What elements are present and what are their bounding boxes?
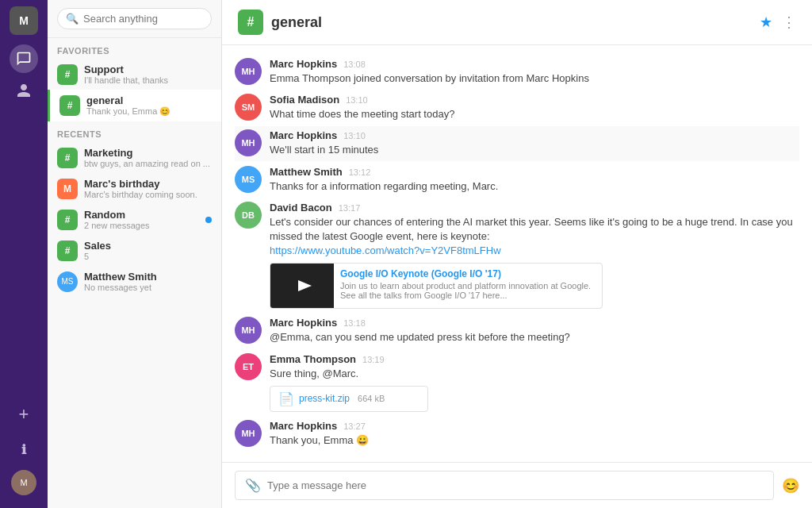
sidebar-item-sales[interactable]: # Sales 5	[48, 235, 221, 266]
avatar-m7: ET	[235, 353, 262, 380]
channel-icon-sales: #	[57, 241, 78, 261]
sidebar-item-text-matthew: Matthew Smith No messages yet	[84, 271, 212, 292]
sidebar-item-marketing[interactable]: # Marketing btw guys, an amazing read on…	[48, 142, 221, 173]
message-group-m2: SM Sofia Madison 13:10 What time does th…	[235, 90, 799, 125]
message-author-m5: David Bacon	[270, 202, 332, 214]
message-time-m3: 13:10	[343, 131, 366, 140]
avatar-m4: MS	[235, 166, 262, 193]
sidebar-item-text-general: general Thank you, Emma 😊	[86, 94, 212, 117]
message-content-m7: Emma Thompson 13:19 Sure thing, @Marc. 📄…	[270, 353, 799, 412]
message-author-m2: Sofia Madison	[270, 94, 339, 106]
search-input-wrap[interactable]: 🔍	[57, 8, 212, 29]
sidebar-item-text-support: Support I'll handle that, thanks	[84, 64, 212, 85]
avatar-m1: MH	[235, 58, 262, 85]
sidebar-item-general[interactable]: # general Thank you, Emma 😊	[48, 90, 221, 121]
nav-add[interactable]: +	[10, 400, 38, 429]
message-text-m8: Thank you, Emma 😀	[270, 433, 799, 448]
message-input[interactable]	[267, 479, 764, 491]
sidebar-item-text-marketing: Marketing btw guys, an amazing read on .…	[84, 147, 212, 168]
chat-header-actions: ★ ⋮	[760, 13, 796, 31]
message-group-m8: MH Marc Hopkins 13:27 Thank you, Emma 😀	[235, 417, 799, 451]
link-desc-m5: Join us to learn about product and platf…	[340, 281, 596, 300]
channel-icon-support: #	[57, 64, 78, 85]
message-header-m2: Sofia Madison 13:10	[270, 94, 799, 106]
sidebar-item-text-marcs-birthday: Marc's birthday Marc's birthday coming s…	[84, 178, 212, 199]
message-time-m4: 13:12	[349, 167, 371, 177]
sidebar-item-preview-random: 2 new messages	[84, 221, 199, 230]
sidebar-item-marcs-birthday[interactable]: M Marc's birthday Marc's birthday coming…	[48, 173, 221, 204]
sidebar-item-name-matthew: Matthew Smith	[84, 271, 212, 283]
search-input[interactable]	[83, 13, 203, 25]
search-icon: 🔍	[66, 13, 79, 25]
channel-icon-random: #	[57, 210, 78, 230]
message-time-m1: 13:08	[343, 60, 366, 69]
recents-label: RECENTS	[48, 121, 221, 142]
message-header-m8: Marc Hopkins 13:27	[270, 420, 799, 432]
nav-contacts[interactable]	[10, 76, 38, 105]
channel-icon-general: #	[59, 95, 80, 116]
star-button[interactable]: ★	[760, 13, 772, 31]
message-text-m7: Sure thing, @Marc.	[270, 367, 799, 381]
file-name-m7[interactable]: press-kit.zip	[299, 393, 350, 404]
message-content-m1: Marc Hopkins 13:08 Emma Thompson joined …	[270, 58, 799, 86]
sidebar-item-support[interactable]: # Support I'll handle that, thanks	[48, 59, 221, 90]
sidebar-item-name-support: Support	[84, 64, 212, 75]
nav-messages[interactable]	[10, 44, 38, 73]
chat-input-wrap: 📎	[235, 471, 774, 500]
message-content-m4: Matthew Smith 13:12 Thanks for a informa…	[270, 166, 799, 194]
message-author-m3: Marc Hopkins	[270, 129, 337, 141]
link-title-m5[interactable]: Google I/O Keynote (Google I/O '17)	[340, 268, 596, 279]
link-thumb-m5	[270, 264, 334, 308]
chat-input-area: 📎 😊	[222, 462, 812, 508]
sidebar-item-preview-marcs-birthday: Marc's birthday coming soon.	[84, 190, 212, 199]
sidebar-item-name-general: general	[86, 94, 212, 106]
sidebar-item-random[interactable]: # Random 2 new messages	[48, 204, 221, 235]
search-bar: 🔍	[48, 0, 221, 38]
message-text-m4: Thanks for a information regarding meeti…	[270, 179, 799, 194]
message-file-m7: 📄 press-kit.zip 664 kB	[270, 386, 428, 412]
attach-icon[interactable]: 📎	[245, 478, 261, 493]
message-header-m4: Matthew Smith 13:12	[270, 166, 799, 178]
avatar-m6: MH	[235, 317, 262, 344]
message-group-m3: MH Marc Hopkins 13:10 We'll start in 15 …	[235, 126, 799, 160]
message-author-m7: Emma Thompson	[270, 353, 356, 365]
message-content-m3: Marc Hopkins 13:10 We'll start in 15 min…	[270, 129, 799, 157]
sidebar-item-name-marcs-birthday: Marc's birthday	[84, 178, 212, 190]
message-time-m5: 13:17	[339, 203, 361, 213]
message-link-m5[interactable]: https://www.youtube.com/watch?v=Y2VF8tmL…	[270, 244, 501, 256]
chat-channel-icon: #	[238, 10, 263, 35]
icon-bar: M + ℹ M	[0, 0, 48, 508]
sidebar-item-name-random: Random	[84, 209, 199, 221]
message-text-m1: Emma Thompson joined conversation by inv…	[270, 71, 799, 86]
favorites-label: FAVORITES	[48, 38, 221, 59]
message-author-m6: Marc Hopkins	[270, 317, 337, 329]
svg-marker-0	[298, 280, 312, 291]
message-time-m2: 13:10	[346, 95, 368, 105]
message-time-m6: 13:18	[343, 318, 366, 328]
message-content-m2: Sofia Madison 13:10 What time does the m…	[270, 94, 799, 121]
message-text-m5: Let's consider our chances of entering t…	[270, 215, 799, 259]
message-group-m7: ET Emma Thompson 13:19 Sure thing, @Marc…	[235, 350, 799, 415]
channel-icon-marketing: #	[57, 148, 78, 168]
nav-user-bottom[interactable]: M	[11, 470, 36, 495]
unread-badge-random	[205, 217, 212, 223]
nav-info[interactable]: ℹ	[10, 435, 38, 464]
avatar-m2: SM	[235, 94, 262, 121]
file-icon-m7: 📄	[278, 391, 294, 406]
message-header-m6: Marc Hopkins 13:18	[270, 317, 799, 329]
user-avatar[interactable]: M	[10, 6, 38, 35]
sidebar-item-preview-support: I'll handle that, thanks	[84, 75, 212, 85]
message-author-m8: Marc Hopkins	[270, 420, 337, 432]
more-options-button[interactable]: ⋮	[782, 13, 796, 31]
sidebar: 🔍 FAVORITES # Support I'll handle that, …	[48, 0, 222, 508]
avatar-m8: MH	[235, 420, 262, 447]
emoji-button[interactable]: 😊	[782, 477, 799, 495]
sidebar-item-preview-marketing: btw guys, an amazing read on ...	[84, 159, 212, 168]
message-text-m3: We'll start in 15 minutes	[270, 143, 799, 157]
message-time-m7: 13:19	[362, 355, 385, 364]
sidebar-item-preview-matthew: No messages yet	[84, 283, 212, 292]
chat-area: # general ★ ⋮ MH Marc Hopkins 13:08 Emma…	[222, 0, 812, 508]
sidebar-item-preview-sales: 5	[84, 252, 212, 261]
message-text-m2: What time does the meeting start today?	[270, 107, 799, 121]
sidebar-item-matthew-smith[interactable]: MS Matthew Smith No messages yet	[48, 266, 221, 297]
